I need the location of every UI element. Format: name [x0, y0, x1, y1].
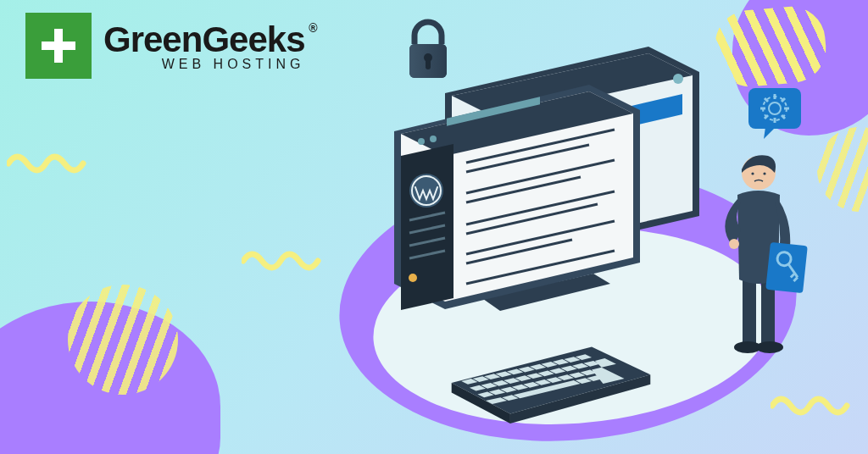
logo-brand-name: GreenGeeks®	[103, 19, 305, 60]
background-stripes-top-right	[712, 4, 828, 90]
svg-point-30	[409, 274, 417, 282]
key-card-icon	[765, 242, 808, 293]
svg-rect-95	[743, 275, 756, 343]
svg-point-102	[729, 239, 739, 249]
svg-point-100	[751, 172, 754, 174]
gear-speech-bubble	[745, 85, 804, 144]
svg-marker-84	[764, 127, 776, 139]
brand-logo: GreenGeeks® WEB HOSTING	[25, 13, 305, 79]
isometric-monitors	[369, 38, 708, 335]
svg-point-20	[418, 138, 425, 145]
svg-point-9	[673, 74, 683, 84]
svg-marker-23	[401, 144, 453, 310]
svg-rect-1	[42, 42, 75, 50]
svg-point-98	[756, 341, 783, 353]
svg-rect-104	[765, 242, 808, 293]
person-illustration	[707, 144, 809, 364]
registered-mark: ®	[309, 21, 316, 35]
svg-point-21	[430, 136, 437, 142]
svg-point-101	[763, 172, 765, 174]
logo-mark-plus-icon	[25, 13, 92, 79]
isometric-keyboard	[445, 339, 657, 432]
svg-point-24	[409, 174, 443, 208]
background-stripe-circle-left	[68, 285, 178, 395]
squiggle-decoration	[7, 148, 92, 174]
